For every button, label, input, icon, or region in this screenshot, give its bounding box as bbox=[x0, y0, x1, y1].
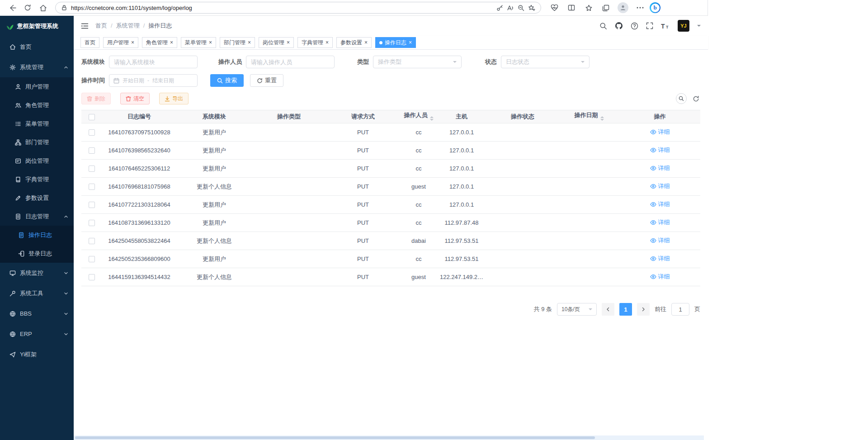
row-checkbox[interactable] bbox=[89, 202, 95, 208]
col-date[interactable]: 操作日期 bbox=[559, 110, 619, 123]
sidebar-item-param-settings[interactable]: 参数设置 bbox=[0, 189, 74, 207]
breadcrumb-home[interactable]: 首页 bbox=[95, 22, 113, 30]
sidebar-item-user-mgmt[interactable]: 用户管理 bbox=[0, 77, 74, 96]
detail-link[interactable]: 详细 bbox=[650, 146, 670, 154]
search-icon[interactable] bbox=[599, 22, 607, 30]
scrollbar-thumb[interactable] bbox=[75, 436, 595, 439]
next-page-button[interactable] bbox=[637, 303, 650, 316]
close-tab-icon[interactable]: × bbox=[364, 40, 368, 45]
sort-icons[interactable] bbox=[430, 114, 434, 123]
site-lock-icon[interactable] bbox=[61, 5, 67, 11]
bing-discover-icon[interactable]: b bbox=[650, 2, 660, 13]
prev-page-button[interactable] bbox=[602, 303, 614, 316]
password-key-icon[interactable] bbox=[496, 5, 503, 11]
row-checkbox[interactable] bbox=[89, 184, 95, 190]
add-favorite-icon[interactable] bbox=[528, 5, 535, 11]
row-checkbox[interactable] bbox=[89, 238, 95, 244]
detail-link[interactable]: 详细 bbox=[650, 218, 670, 227]
detail-link[interactable]: 详细 bbox=[650, 200, 670, 208]
help-icon[interactable] bbox=[631, 22, 638, 30]
clear-button[interactable]: 清空 bbox=[120, 93, 150, 104]
row-checkbox[interactable] bbox=[89, 274, 95, 280]
row-checkbox[interactable] bbox=[89, 166, 95, 172]
sort-icons[interactable] bbox=[600, 114, 604, 123]
delete-button[interactable]: 删除 bbox=[81, 93, 111, 104]
operator-input[interactable] bbox=[246, 56, 335, 68]
refresh-icon[interactable] bbox=[20, 1, 35, 14]
close-tab-icon[interactable]: × bbox=[287, 40, 290, 45]
profile-avatar[interactable] bbox=[615, 1, 631, 14]
goto-page-input[interactable] bbox=[671, 303, 689, 316]
tab-menu-mgmt[interactable]: 菜单管理× bbox=[181, 37, 216, 48]
tab-user-mgmt[interactable]: 用户管理× bbox=[103, 37, 138, 48]
row-checkbox[interactable] bbox=[89, 129, 95, 136]
close-tab-icon[interactable]: × bbox=[409, 40, 412, 45]
col-operator[interactable]: 操作人员 bbox=[401, 110, 437, 123]
sidebar-item-bbs[interactable]: BBS bbox=[0, 303, 74, 324]
type-select[interactable]: 操作类型 bbox=[373, 56, 462, 68]
github-icon[interactable] bbox=[615, 22, 623, 30]
tab-home[interactable]: 首页 bbox=[80, 37, 99, 48]
back-icon[interactable] bbox=[5, 1, 20, 14]
tab-post-mgmt[interactable]: 岗位管理× bbox=[259, 37, 294, 48]
detail-link[interactable]: 详细 bbox=[650, 255, 670, 263]
status-select[interactable]: 日志状态 bbox=[501, 56, 590, 68]
reset-button[interactable]: 重置 bbox=[250, 74, 283, 87]
date-range-picker[interactable]: 开始日期 - 结束日期 bbox=[109, 74, 198, 87]
sidebar-item-login-log[interactable]: 登录日志 bbox=[0, 244, 74, 263]
user-avatar[interactable]: YJ bbox=[678, 20, 689, 32]
row-checkbox[interactable] bbox=[89, 256, 95, 262]
show-search-icon[interactable] bbox=[676, 93, 687, 104]
close-tab-icon[interactable]: × bbox=[170, 40, 173, 45]
export-button[interactable]: 导出 bbox=[159, 93, 189, 104]
sidebar-item-home[interactable]: 首页 bbox=[0, 37, 74, 57]
read-aloud-icon[interactable] bbox=[507, 5, 514, 11]
close-tab-icon[interactable]: × bbox=[131, 40, 134, 45]
tab-param-settings[interactable]: 参数设置× bbox=[336, 37, 372, 48]
select-all-checkbox[interactable] bbox=[89, 114, 95, 120]
detail-link[interactable]: 详细 bbox=[650, 164, 670, 172]
detail-link[interactable]: 详细 bbox=[650, 128, 670, 136]
close-tab-icon[interactable]: × bbox=[326, 40, 329, 45]
breadcrumb-system-mgmt[interactable]: 系统管理 bbox=[116, 22, 145, 30]
tab-oper-log[interactable]: 操作日志× bbox=[375, 37, 416, 48]
sidebar-item-yi-framework[interactable]: Yi框架 bbox=[0, 344, 74, 364]
zoom-out-icon[interactable] bbox=[518, 5, 524, 11]
sidebar-item-system-monitor[interactable]: 系统监控 bbox=[0, 263, 74, 283]
page-number-button[interactable]: 1 bbox=[619, 303, 632, 316]
user-menu-caret-icon[interactable] bbox=[697, 25, 701, 28]
sidebar-item-role-mgmt[interactable]: 角色管理 bbox=[0, 96, 74, 114]
font-size-icon[interactable]: TT bbox=[661, 23, 670, 29]
detail-link[interactable]: 详细 bbox=[650, 273, 670, 281]
horizontal-scrollbar[interactable] bbox=[74, 435, 704, 440]
detail-link[interactable]: 详细 bbox=[650, 182, 670, 190]
search-button[interactable]: 搜索 bbox=[210, 74, 244, 87]
fullscreen-icon[interactable] bbox=[646, 22, 653, 29]
sidebar-item-menu-mgmt[interactable]: 菜单管理 bbox=[0, 114, 74, 133]
browser-essentials-icon[interactable] bbox=[547, 1, 562, 14]
settings-menu-icon[interactable] bbox=[632, 1, 648, 14]
address-bar[interactable]: https://ccnetcore.com:1101/system/log/op… bbox=[55, 2, 541, 14]
sidebar-item-log-mgmt[interactable]: 日志管理 bbox=[0, 207, 74, 226]
sidebar-item-system-tools[interactable]: 系统工具 bbox=[0, 283, 74, 303]
refresh-table-icon[interactable] bbox=[693, 95, 699, 102]
collapse-sidebar-icon[interactable] bbox=[81, 23, 89, 29]
sidebar-item-dict-mgmt[interactable]: 字典管理 bbox=[0, 170, 74, 189]
sidebar-item-system-mgmt[interactable]: 系统管理 bbox=[0, 57, 74, 77]
url-text[interactable]: https://ccnetcore.com:1101/system/log/op… bbox=[71, 5, 192, 11]
row-checkbox[interactable] bbox=[89, 147, 95, 154]
module-input[interactable] bbox=[109, 56, 198, 68]
close-tab-icon[interactable]: × bbox=[209, 40, 212, 45]
sidebar-item-erp[interactable]: ERP bbox=[0, 324, 74, 344]
page-size-select[interactable]: 10条/页 bbox=[557, 303, 597, 316]
favorites-bar-icon[interactable] bbox=[581, 1, 596, 14]
home-icon[interactable] bbox=[35, 1, 51, 14]
split-screen-icon[interactable] bbox=[564, 1, 579, 14]
row-checkbox[interactable] bbox=[89, 220, 95, 226]
sidebar-item-oper-log[interactable]: 操作日志 bbox=[0, 226, 74, 244]
tab-dict-mgmt[interactable]: 字典管理× bbox=[297, 37, 333, 48]
tab-role-mgmt[interactable]: 角色管理× bbox=[142, 37, 177, 48]
sidebar-item-dept-mgmt[interactable]: 部门管理 bbox=[0, 133, 74, 151]
detail-link[interactable]: 详细 bbox=[650, 237, 670, 245]
close-tab-icon[interactable]: × bbox=[248, 40, 251, 45]
